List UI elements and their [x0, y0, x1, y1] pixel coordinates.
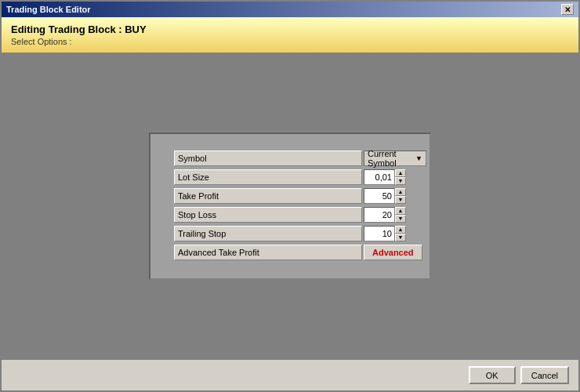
form-row-symbol: Symbol Current Symbol ▼ — [174, 150, 406, 167]
trailing-stop-spinner-buttons: ▲ ▼ — [395, 226, 406, 241]
stop-loss-spinner-buttons: ▲ ▼ — [395, 207, 406, 223]
dropdown-arrow-icon: ▼ — [415, 154, 422, 162]
header-subtitle: Select Options : — [11, 37, 569, 46]
lot-size-down-button[interactable]: ▼ — [395, 177, 406, 185]
take-profit-spinner: ▲ ▼ — [364, 188, 406, 204]
take-profit-down-button[interactable]: ▼ — [395, 196, 406, 204]
trailing-stop-down-button[interactable]: ▼ — [395, 234, 406, 241]
advanced-take-profit-value: Advanced — [364, 245, 422, 260]
lot-size-input[interactable] — [364, 169, 395, 185]
symbol-dropdown-value: Current Symbol — [368, 149, 412, 168]
cancel-button[interactable]: Cancel — [520, 366, 569, 384]
header-title: Editing Trading Block : BUY — [11, 24, 569, 35]
take-profit-label: Take Profit — [174, 188, 362, 204]
trailing-stop-spinner: ▲ ▼ — [364, 226, 406, 241]
stop-loss-spinner: ▲ ▼ — [364, 207, 406, 223]
ok-button[interactable]: OK — [469, 366, 516, 384]
title-bar: Trading Block Editor ✕ — [2, 2, 578, 17]
lot-size-spinner: ▲ ▼ — [364, 169, 406, 185]
stop-loss-down-button[interactable]: ▼ — [395, 215, 406, 223]
trailing-stop-value: ▲ ▼ — [364, 226, 406, 241]
lot-size-label: Lot Size — [174, 169, 362, 185]
header-area: Editing Trading Block : BUY Select Optio… — [2, 17, 578, 53]
take-profit-up-button[interactable]: ▲ — [395, 188, 406, 196]
trading-block-editor-window: Trading Block Editor ✕ Editing Trading B… — [0, 0, 580, 392]
advanced-take-profit-label: Advanced Take Profit — [174, 245, 362, 260]
lot-size-spinner-buttons: ▲ ▼ — [395, 169, 406, 185]
stop-loss-up-button[interactable]: ▲ — [395, 207, 406, 215]
trailing-stop-up-button[interactable]: ▲ — [395, 226, 406, 234]
lot-size-up-button[interactable]: ▲ — [395, 169, 406, 177]
take-profit-input[interactable] — [364, 188, 395, 204]
window-title: Trading Block Editor — [6, 5, 91, 14]
take-profit-spinner-buttons: ▲ ▼ — [395, 188, 406, 204]
symbol-label: Symbol — [174, 151, 362, 166]
trailing-stop-input[interactable] — [364, 226, 395, 241]
stop-loss-label: Stop Loss — [174, 207, 362, 223]
lot-size-value: ▲ ▼ — [364, 169, 406, 185]
form-row-trailing-stop: Trailing Stop ▲ ▼ — [174, 225, 406, 242]
symbol-dropdown[interactable]: Current Symbol ▼ — [364, 151, 426, 166]
form-panel: Symbol Current Symbol ▼ Lot Size ▲ — [149, 132, 431, 280]
form-row-advanced-take-profit: Advanced Take Profit Advanced — [174, 244, 406, 261]
take-profit-value: ▲ ▼ — [364, 188, 406, 204]
trailing-stop-label: Trailing Stop — [174, 226, 362, 241]
footer: OK Cancel — [2, 359, 578, 390]
form-row-lot-size: Lot Size ▲ ▼ — [174, 169, 406, 186]
symbol-value: Current Symbol ▼ — [364, 151, 426, 166]
form-row-take-profit: Take Profit ▲ ▼ — [174, 187, 406, 205]
stop-loss-value: ▲ ▼ — [364, 207, 406, 223]
form-row-stop-loss: Stop Loss ▲ ▼ — [174, 206, 406, 223]
close-button[interactable]: ✕ — [561, 4, 574, 15]
main-content: Symbol Current Symbol ▼ Lot Size ▲ — [2, 53, 578, 359]
stop-loss-input[interactable] — [364, 207, 395, 223]
advanced-button[interactable]: Advanced — [364, 245, 422, 260]
